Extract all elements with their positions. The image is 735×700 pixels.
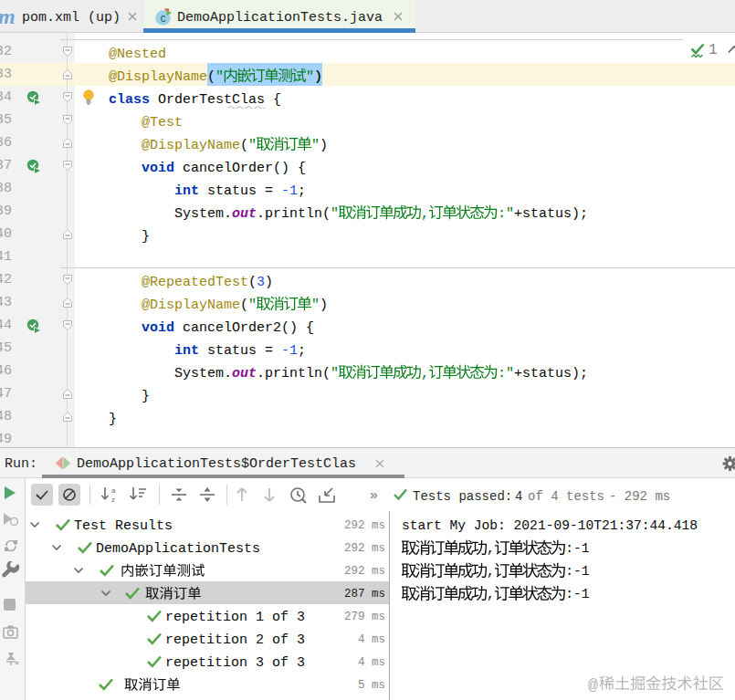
svg-text:a: a — [111, 486, 116, 495]
svg-text:z: z — [111, 496, 115, 503]
svg-text:c: c — [161, 12, 166, 25]
